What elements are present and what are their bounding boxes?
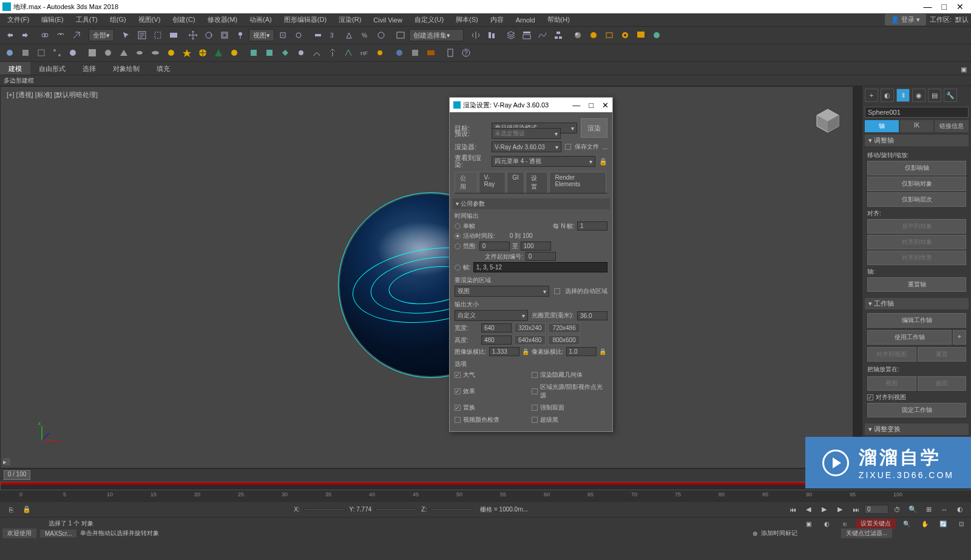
ribbon-collapse-icon[interactable]: ▣ bbox=[956, 62, 971, 76]
tool-6[interactable] bbox=[85, 46, 100, 60]
menu-animation[interactable]: 动画(A) bbox=[245, 14, 277, 25]
goto-start-button[interactable]: ⏮ bbox=[785, 502, 800, 517]
preset-dropdown[interactable]: 未选定预设▾ bbox=[492, 128, 561, 139]
minimize-button[interactable]: — bbox=[924, 2, 932, 12]
frame-input[interactable]: 0 bbox=[864, 505, 888, 514]
tool-7[interactable] bbox=[101, 46, 115, 60]
unlink-button[interactable] bbox=[53, 28, 68, 42]
render-viewport-button[interactable] bbox=[634, 28, 648, 42]
nav-pan-button[interactable]: ✋ bbox=[918, 516, 932, 531]
timeline-ruler[interactable]: 0 5 10 15 20 25 30 35 40 45 50 55 60 65 … bbox=[0, 490, 971, 501]
range-to-spinner[interactable]: 100 bbox=[521, 241, 551, 251]
output-preset-dropdown[interactable]: 自定义▾ bbox=[455, 310, 528, 321]
curve-editor-button[interactable] bbox=[535, 28, 550, 42]
coord-y-input[interactable] bbox=[375, 508, 418, 511]
prev-frame-button[interactable]: ◀ bbox=[801, 502, 816, 517]
tool-16[interactable] bbox=[246, 46, 261, 60]
display-panel-icon[interactable]: ▤ bbox=[928, 89, 941, 102]
ribbon-tab-freeform[interactable]: 自由形式 bbox=[30, 62, 74, 75]
reset-button[interactable]: 重置 bbox=[918, 347, 967, 362]
login-button[interactable]: 👤 登录 ▾ bbox=[885, 14, 926, 25]
menu-maxscript[interactable]: 脚本(S) bbox=[451, 14, 483, 25]
viewport-label[interactable]: [+] [透视] [标准] [默认明暗处理] bbox=[7, 90, 98, 100]
video-color-checkbox[interactable] bbox=[455, 417, 461, 423]
ribbon-tab-objectpaint[interactable]: 对象绘制 bbox=[104, 62, 148, 75]
align-to-object-button[interactable]: 对齐到对象 bbox=[867, 235, 966, 249]
pixel-aspect-lock-icon[interactable]: 🔒 bbox=[599, 348, 606, 355]
zoom-all-button[interactable]: ⊞ bbox=[921, 502, 936, 517]
tool-22[interactable] bbox=[341, 46, 356, 60]
fix-working-pivot-button[interactable]: 固定工作轴 bbox=[867, 403, 966, 417]
percent-snap-button[interactable]: % bbox=[358, 28, 373, 42]
bind-button[interactable] bbox=[69, 28, 84, 42]
tool-4[interactable] bbox=[50, 46, 64, 60]
rotate-button[interactable] bbox=[201, 28, 216, 42]
isolate-icon[interactable]: ▣ bbox=[801, 516, 816, 531]
affect-hierarchy-button[interactable]: 仅影响层次 bbox=[867, 192, 966, 207]
view-dropdown[interactable]: 四元菜单 4 - 透视▾ bbox=[492, 156, 595, 167]
menu-create[interactable]: 创建(C) bbox=[167, 14, 200, 25]
super-black-checkbox[interactable] bbox=[532, 417, 538, 423]
dialog-close[interactable]: ✕ bbox=[602, 101, 609, 110]
object-name-input[interactable] bbox=[865, 107, 969, 118]
redo-button[interactable] bbox=[18, 28, 33, 42]
common-tab[interactable]: 公用 bbox=[455, 172, 478, 193]
tool-13[interactable] bbox=[195, 46, 210, 60]
tool-9[interactable] bbox=[132, 46, 147, 60]
effects-checkbox[interactable] bbox=[455, 388, 461, 394]
preset-320[interactable]: 320x240 bbox=[514, 323, 546, 333]
tool-2[interactable] bbox=[18, 46, 33, 60]
center-to-object-button[interactable]: 居中到对象 bbox=[867, 219, 966, 234]
render-button[interactable]: 渲染 bbox=[581, 118, 607, 138]
ribbon-tab-populate[interactable]: 填充 bbox=[148, 62, 178, 75]
material-editor-button[interactable] bbox=[570, 28, 585, 42]
menu-modifiers[interactable]: 修改器(M) bbox=[203, 14, 243, 25]
snap-button[interactable]: 3 bbox=[326, 28, 341, 42]
mirror-button[interactable] bbox=[469, 28, 483, 42]
settings-tab[interactable]: 设置 bbox=[526, 172, 549, 193]
single-frame-radio[interactable] bbox=[455, 223, 461, 229]
zoom-extents-button[interactable]: ↔ bbox=[937, 502, 952, 517]
align-to-world-button[interactable]: 对齐到世界 bbox=[867, 251, 966, 265]
tool-10[interactable] bbox=[148, 46, 163, 60]
motion-panel-icon[interactable]: ◉ bbox=[912, 89, 925, 102]
every-n-spinner[interactable]: 1 bbox=[577, 221, 607, 231]
linkinfo-tab[interactable]: 链接信息 bbox=[935, 120, 969, 132]
affect-object-button[interactable]: 仅影响对象 bbox=[867, 177, 966, 191]
named-selection-set[interactable]: 创建选择集 ▾ bbox=[409, 29, 464, 41]
menu-help[interactable]: 帮助(H) bbox=[543, 14, 575, 25]
tool-19[interactable] bbox=[294, 46, 308, 60]
key-step-mode-icon[interactable]: ⎘ bbox=[4, 502, 18, 517]
range-radio[interactable] bbox=[455, 243, 461, 249]
menu-grapheditors[interactable]: 图形编辑器(D) bbox=[279, 14, 331, 25]
named-sel-edit-button[interactable] bbox=[393, 28, 408, 42]
toggle-ribbon-button[interactable] bbox=[519, 28, 534, 42]
tool-24[interactable] bbox=[373, 46, 387, 60]
viewport[interactable]: [+] [透视] [标准] [默认明暗处理] zx ▸ bbox=[0, 86, 862, 468]
tool-8[interactable] bbox=[117, 46, 131, 60]
tool-20[interactable] bbox=[310, 46, 324, 60]
set-key-button[interactable]: 设置关键点 bbox=[856, 519, 896, 528]
pixel-aspect-spinner[interactable]: 1.0 bbox=[566, 347, 597, 356]
render-frame-button[interactable] bbox=[602, 28, 617, 42]
goto-end-button[interactable]: ⏭ bbox=[848, 502, 863, 517]
menu-group[interactable]: 组(G) bbox=[105, 14, 131, 25]
align-view-button[interactable]: 对齐到视图 bbox=[867, 347, 916, 362]
align-button[interactable] bbox=[484, 28, 499, 42]
reset-pivot-button[interactable]: 重置轴 bbox=[867, 277, 966, 292]
ref-coord-system[interactable]: 视图 ▾ bbox=[249, 29, 274, 41]
angle-snap-button[interactable] bbox=[342, 28, 357, 42]
tool-1[interactable] bbox=[2, 46, 17, 60]
selection-filter[interactable]: 全部 ▾ bbox=[89, 29, 114, 41]
ik-tab[interactable]: IK bbox=[900, 120, 934, 132]
viewport-expand-icon[interactable]: ▸ bbox=[3, 458, 10, 465]
create-panel-icon[interactable]: + bbox=[865, 89, 878, 102]
menu-arnold[interactable]: Arnold bbox=[511, 15, 540, 25]
displacement-checkbox[interactable] bbox=[455, 405, 461, 411]
width-spinner[interactable]: 640 bbox=[481, 323, 512, 332]
tool-14[interactable] bbox=[211, 46, 226, 60]
utilities-panel-icon[interactable]: 🔧 bbox=[944, 89, 957, 102]
menu-view[interactable]: 视图(V) bbox=[134, 14, 166, 25]
surface-button[interactable]: 曲面 bbox=[918, 376, 967, 391]
savefile-checkbox[interactable] bbox=[565, 144, 571, 150]
